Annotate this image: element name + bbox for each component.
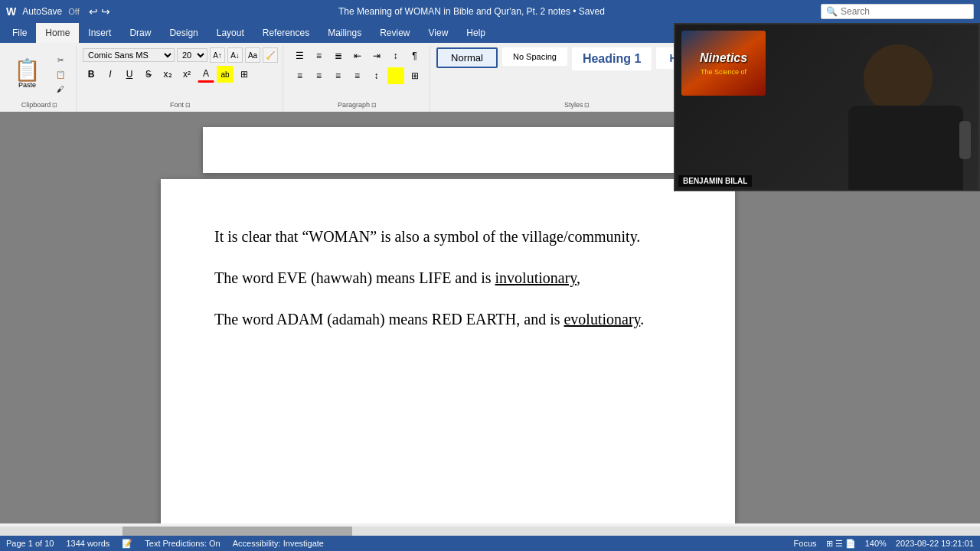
strikethrough-button[interactable]: S̶ (140, 66, 157, 83)
font-name-row: Comic Sans MS 20 A↑ A↓ Aa 🧹 (83, 47, 278, 63)
paragraph-2: The word EVE (hawwah) means LIFE and is … (214, 266, 681, 289)
font-family-select[interactable]: Comic Sans MS (83, 48, 175, 62)
doc-text: It is clear that “WOMAN” is also a symbo… (214, 225, 681, 331)
para-row1: ☰ ≡ ≣ ⇤ ⇥ ↕ ¶ (292, 47, 423, 64)
doc-page[interactable]: It is clear that “WOMAN” is also a symbo… (161, 179, 735, 523)
tab-help[interactable]: Help (457, 23, 495, 43)
tab-review[interactable]: Review (371, 23, 419, 43)
italic-button[interactable]: I (102, 66, 119, 83)
autosave-label: AutoSave (22, 6, 62, 17)
word-logo: W (6, 5, 16, 18)
microphone (959, 121, 971, 159)
justify-button[interactable]: ≡ (349, 67, 366, 84)
style-no-spacing[interactable]: No Spacing (502, 47, 567, 66)
undo-button[interactable]: ↩ (89, 5, 98, 18)
word-count: 1344 words (66, 539, 109, 548)
decrease-indent-button[interactable]: ⇤ (349, 47, 366, 64)
person-head (864, 44, 933, 113)
bullets-button[interactable]: ☰ (292, 47, 309, 64)
font-format-row: B I U S̶ x₂ x² A ab ⊞ (83, 66, 253, 83)
view-icons: ⊞ ☰ 📄 (826, 539, 856, 549)
font-size-select[interactable]: 20 (177, 48, 207, 62)
paragraph-1: It is clear that “WOMAN” is also a symbo… (214, 225, 681, 248)
text-color-button[interactable]: A (198, 66, 214, 83)
paste-label: Paste (18, 81, 36, 89)
video-background: Ninetics The Science of BENJAMIN BILAL (675, 24, 978, 190)
change-case-button[interactable]: Aa (245, 47, 260, 63)
status-right: Focus ⊞ ☰ 📄 140% 2023-08-22 19:21:01 (794, 539, 974, 549)
paste-button[interactable]: 📋 Paste (8, 57, 47, 92)
channel-name: Ninetics (700, 51, 747, 65)
zoom-level: 140% (865, 539, 887, 548)
tab-layout[interactable]: Layout (207, 23, 253, 43)
video-poster: Ninetics The Science of (681, 31, 766, 96)
bold-button[interactable]: B (83, 66, 100, 83)
show-hide-button[interactable]: ¶ (407, 47, 423, 64)
paragraph-expand-icon[interactable]: ⊡ (371, 102, 377, 109)
increase-indent-button[interactable]: ⇥ (368, 47, 385, 64)
tab-references[interactable]: References (253, 23, 318, 43)
group-font: Comic Sans MS 20 A↑ A↓ Aa 🧹 B I U S̶ x₂ … (78, 46, 283, 112)
track-changes-icon: 📝 (122, 539, 132, 549)
clipboard-buttons: 📋 Paste ✂ 📋 🖌 (8, 47, 71, 101)
accessibility: Accessibility: Investigate (233, 539, 324, 548)
status-bar: Page 1 of 10 1344 words 📝 Text Predictio… (0, 536, 980, 551)
increase-font-button[interactable]: A↑ (210, 47, 225, 63)
style-heading1[interactable]: Heading 1 (572, 47, 652, 70)
group-paragraph: ☰ ≡ ≣ ⇤ ⇥ ↕ ¶ ≡ ≡ ≡ ≡ ↕ ⊞ Paragraph ⊡ (285, 46, 430, 112)
person-area (764, 37, 978, 190)
styles-label: Styles ⊡ (564, 101, 590, 110)
align-center-button[interactable]: ≡ (311, 67, 328, 84)
paragraph-label: Paragraph ⊡ (338, 101, 377, 110)
format-painter-button[interactable]: 🖌 (50, 83, 71, 96)
borders-button[interactable]: ⊞ (407, 67, 423, 84)
border-button[interactable]: ⊞ (236, 66, 253, 83)
copy-button[interactable]: 📋 (50, 68, 71, 81)
tab-home[interactable]: Home (36, 23, 79, 43)
person-body (848, 106, 963, 190)
font-label: Font ⊡ (170, 101, 191, 110)
search-bar[interactable]: 🔍 (821, 4, 974, 19)
align-left-button[interactable]: ≡ (292, 67, 309, 84)
headphones-arc (860, 37, 936, 52)
font-controls: Comic Sans MS 20 A↑ A↓ Aa 🧹 B I U S̶ x₂ … (83, 47, 278, 101)
line-spacing-button[interactable]: ↕ (368, 67, 385, 84)
scrollbar-thumb[interactable] (122, 527, 352, 536)
styles-expand-icon[interactable]: ⊡ (584, 102, 590, 109)
cut-button[interactable]: ✂ (50, 54, 71, 67)
focus-button[interactable]: Focus (794, 539, 817, 548)
clear-format-button[interactable]: 🧹 (263, 47, 278, 63)
align-right-button[interactable]: ≡ (330, 67, 347, 84)
numbering-button[interactable]: ≡ (311, 47, 328, 64)
tab-file[interactable]: File (3, 23, 36, 43)
underline-button[interactable]: U (121, 66, 138, 83)
text-predictions: Text Predictions: On (145, 539, 220, 548)
subscript-button[interactable]: x₂ (159, 66, 176, 83)
autosave-status: Off (68, 7, 79, 16)
page-info: Page 1 of 10 (6, 539, 54, 548)
multilevel-button[interactable]: ≣ (330, 47, 347, 64)
highlight-button[interactable]: ab (217, 66, 234, 83)
redo-button[interactable]: ↪ (101, 5, 110, 18)
tab-view[interactable]: View (420, 23, 458, 43)
decrease-font-button[interactable]: A↓ (227, 47, 243, 63)
search-input[interactable] (841, 6, 963, 17)
title-bar: W AutoSave Off ↩ ↪ The Meaning of WOMAN … (0, 0, 980, 23)
tab-design[interactable]: Design (160, 23, 207, 43)
person-name-badge: BENJAMIN BILAL (678, 175, 752, 187)
shading-button[interactable] (387, 67, 404, 84)
clipboard-expand-icon[interactable]: ⊡ (52, 102, 57, 109)
sort-button[interactable]: ↕ (387, 47, 404, 64)
tab-mailings[interactable]: Mailings (318, 23, 371, 43)
tab-insert[interactable]: Insert (79, 23, 120, 43)
paragraph-3: The word ADAM (adamah) means RED EARTH, … (214, 308, 681, 331)
datetime: 2023-08-22 19:21:01 (896, 539, 974, 548)
involutionary-text: involutionary (495, 269, 577, 286)
search-icon: 🔍 (826, 6, 838, 17)
font-expand-icon[interactable]: ⊡ (185, 102, 191, 109)
evolutionary-text: evolutionary (564, 311, 640, 328)
tab-draw[interactable]: Draw (120, 23, 160, 43)
superscript-button[interactable]: x² (178, 66, 195, 83)
style-normal[interactable]: Normal (436, 47, 498, 68)
para-row2: ≡ ≡ ≡ ≡ ↕ ⊞ (292, 67, 423, 84)
